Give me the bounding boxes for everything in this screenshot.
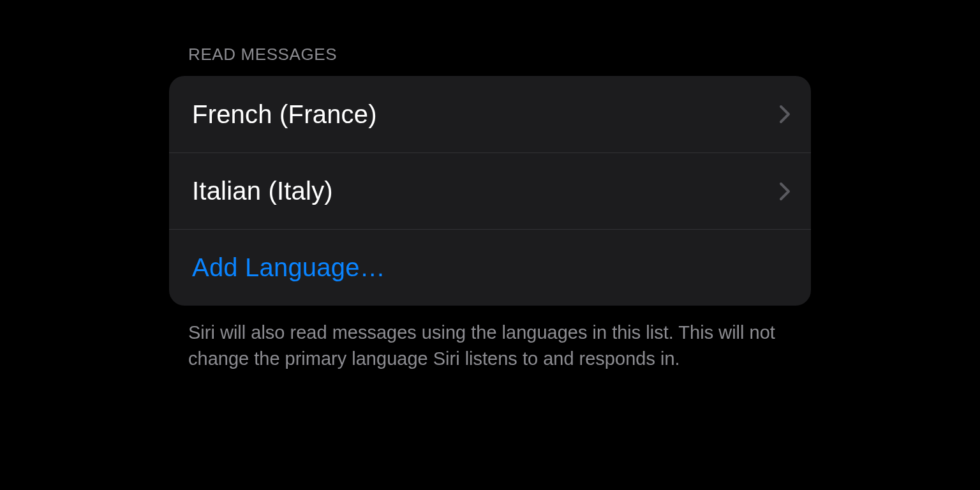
language-row-french[interactable]: French (France) — [169, 76, 811, 152]
add-language-row[interactable]: Add Language… — [169, 229, 811, 306]
languages-group: French (France) Italian (Italy) Add Lang… — [169, 76, 811, 306]
language-row-label: French (France) — [192, 100, 377, 129]
add-language-label: Add Language… — [192, 253, 385, 282]
language-row-label: Italian (Italy) — [192, 177, 333, 205]
chevron-right-icon — [779, 182, 791, 201]
settings-page: READ MESSAGES French (France) Italian (I… — [0, 0, 980, 490]
section-footer-text: Siri will also read messages using the l… — [169, 306, 811, 372]
chevron-right-icon — [779, 105, 791, 124]
section-header-read-messages: READ MESSAGES — [169, 45, 811, 76]
language-row-italian[interactable]: Italian (Italy) — [169, 152, 811, 229]
